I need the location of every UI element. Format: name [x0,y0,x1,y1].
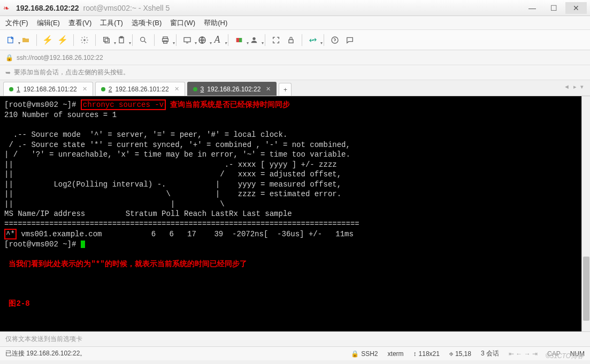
toolbar: ⚡ ⚡ A [0,30,590,50]
terminal-line: vms001.example.com 6 6 17 39 -2072ns[ -3… [17,230,354,238]
paste-icon[interactable] [115,34,128,47]
fullscreen-icon[interactable] [270,34,282,47]
status-dot-icon [101,87,105,91]
terminal-line: || / xxxx = adjusted offset, [4,170,341,179]
app-icon: ❧ [3,4,12,12]
session-tab-1[interactable]: 1 192.168.26.101:22 ✕ [3,82,93,96]
status-sessions: 3 会话 [481,349,499,358]
hintbar: ➥ 要添加当前会话，点击左侧的箭头按钮。 [0,65,590,80]
tabbar: 1 192.168.26.101:22 ✕ 2 192.168.26.101:2… [0,80,590,96]
close-button[interactable]: ✕ [565,2,587,14]
terminal-header: MS Name/IP address Stratum Poll Reach La… [4,210,292,218]
menu-tabs[interactable]: 选项卡(B) [132,18,162,28]
window-title-main: 192.168.26.102:22 [16,4,79,12]
copy-icon[interactable] [100,34,113,47]
addressbar[interactable]: 🔒 ssh://root@192.168.26.102:22 [0,50,590,65]
chat-icon[interactable] [343,34,356,47]
terminal-cursor [81,241,85,248]
svg-rect-10 [184,37,190,42]
svg-point-14 [252,37,255,40]
terminal-line: || .- xxxx [ yyyy ] +/- zzzz [4,160,337,169]
prompt: [root@vms002 ~]# [4,100,81,109]
address-url: ssh://root@192.168.26.102:22 [17,54,103,61]
tab-close-icon[interactable]: ✕ [174,86,179,92]
terminal-line: || Log2(Polling interval) -. | yyyy = me… [4,180,341,189]
titlebar: ❧ 192.168.26.102:22 root@vms002:~ - Xshe… [0,0,590,16]
lock-small-icon: 🔒 [5,54,13,61]
highlighted-sync-marker: ^* [4,229,17,239]
status-dot-icon [193,87,197,91]
terminal-line: / .- Source state '*' = current synced, … [4,141,350,149]
svg-rect-2 [105,38,109,43]
new-session-icon[interactable] [4,34,17,47]
svg-rect-13 [239,38,242,42]
terminal-line: || \ | zzzz = estimated error. [4,190,341,198]
hint-text: 要添加当前会话，点击左侧的箭头按钮。 [14,68,129,77]
tab-label: 192.168.26.101:22 [115,86,168,93]
terminal-line: 210 Number of sources = 1 [4,111,117,119]
tab-number: 2 [109,86,112,93]
terminal-line: || | \ [4,200,225,208]
status-connection: 已连接 192.168.26.102:22。 [5,349,86,358]
maximize-button[interactable]: ☐ [543,2,564,14]
highlighted-command: chronyc sources -v [81,99,166,110]
terminal[interactable]: [root@vms002 ~]# chronyc sources -v 查询当前… [0,96,581,331]
lock-icon[interactable] [285,34,297,47]
properties-icon[interactable] [78,34,91,47]
help-icon[interactable] [328,34,341,47]
tab-nav-arrows[interactable]: ◄ ▸ ▾ [564,83,585,90]
find-icon[interactable] [137,34,150,47]
svg-rect-5 [120,36,122,38]
hint-arrow-icon[interactable]: ➥ [5,69,11,76]
status-cursor-pos: ⎆ 15,18 [449,350,471,358]
status-nav[interactable]: ⇤ ← → ⇥ [509,350,538,358]
menu-help[interactable]: 帮助(H) [204,18,227,28]
terminal-area: [root@vms002 ~]# chronyc sources -v 查询当前… [0,96,590,331]
svg-point-6 [141,37,145,41]
terminal-line: | / '?' = unreachable, 'x' = time may be… [4,150,350,159]
status-protocol: 🔒 SSH2 [351,350,378,358]
open-icon[interactable] [19,34,32,47]
svg-point-1 [83,39,86,41]
tab-close-icon[interactable]: ✕ [82,86,87,92]
session-tab-3[interactable]: 3 192.168.26.102:22 ✕ [187,82,277,96]
terminal-divider: ========================================… [4,220,359,228]
tab-label: 192.168.26.102:22 [207,86,260,93]
statusbar: 已连接 192.168.26.102:22。 🔒 SSH2 xterm ↕ 11… [0,346,590,360]
status-termtype: xterm [388,350,404,358]
window-title-sub: root@vms002:~ - Xshell 5 [83,4,170,12]
user-icon[interactable] [248,34,260,47]
figure-label: 图2-8 [9,299,29,308]
menu-tools[interactable]: 工具(T) [100,18,123,28]
reconnect-icon[interactable]: ⚡ [41,34,54,47]
svg-rect-12 [236,38,239,42]
print-icon[interactable] [159,34,172,47]
terminal-line: .-- Source mode '^' = server, '=' = peer… [4,130,287,139]
new-tab-button[interactable]: + [279,83,292,96]
menu-view[interactable]: 查看(V) [68,18,91,28]
tab-label: 192.168.26.101:22 [24,86,77,93]
svg-rect-15 [289,40,293,43]
screen-icon[interactable] [181,34,194,47]
compose-placeholder: 仅将文本发送到当前选项卡 [5,335,82,344]
menu-edit[interactable]: 编辑(E) [37,18,60,28]
font-icon[interactable]: A [211,34,224,47]
watermark: ©51CTO博客 [546,352,584,361]
globe-icon[interactable] [196,34,209,47]
status-size: ↕ 118x21 [413,350,440,358]
session-tab-2[interactable]: 2 192.168.26.101:22 ✕ [95,82,185,96]
disconnect-icon[interactable]: ⚡ [56,34,69,47]
tab-close-icon[interactable]: ✕ [266,86,271,92]
annotation-query: 查询当前系统是否已经保持时间同步 [166,100,290,109]
tab-number: 1 [17,86,20,93]
tab-number: 3 [201,86,204,93]
scrollbar-thumb[interactable] [583,257,589,321]
scrollbar[interactable] [581,96,590,331]
compose-input[interactable]: 仅将文本发送到当前选项卡 [0,331,590,346]
prompt: [root@vms002 ~]# [4,240,81,249]
minimize-button[interactable]: — [522,2,543,14]
menu-window[interactable]: 窗口(W) [170,18,195,28]
transfer-icon[interactable] [307,34,319,47]
colorscheme-icon[interactable] [233,34,246,47]
menu-file[interactable]: 文件(F) [5,18,28,28]
